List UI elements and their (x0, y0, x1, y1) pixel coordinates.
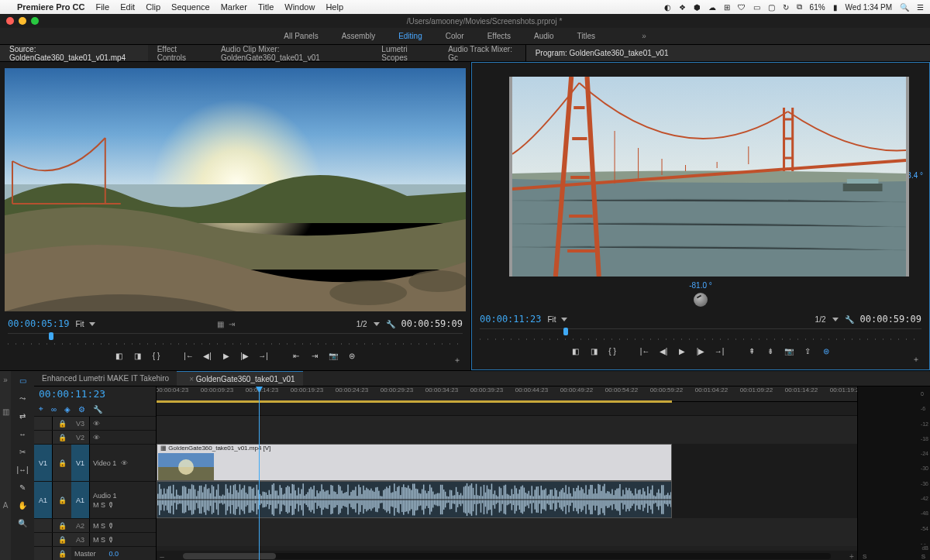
go-out-button[interactable]: →| (714, 345, 725, 356)
menu-edit[interactable]: Edit (120, 2, 135, 12)
panel-icon[interactable]: A (3, 501, 9, 510)
tab-effect-controls[interactable]: Effect Controls (148, 45, 212, 61)
ws-audio[interactable]: Audio (534, 32, 554, 40)
go-out-button[interactable]: →| (258, 350, 269, 361)
app-name[interactable]: Premiere Pro CC (17, 2, 84, 12)
eye-icon[interactable]: 👁 (121, 459, 128, 467)
vr-icon[interactable]: ⊜ (346, 350, 357, 361)
button-editor[interactable]: ＋ (452, 355, 463, 366)
solo-right[interactable]: S (921, 553, 925, 560)
ws-assembly[interactable]: Assembly (342, 32, 375, 40)
tab-audio-clip-mixer[interactable]: Audio Clip Mixer: GoldenGate360_take01_v… (212, 45, 372, 61)
wrench-icon[interactable]: 🔧 (93, 405, 102, 414)
track-header-a1[interactable]: A1🔒A1Audio 1M S 🎙 (34, 481, 156, 518)
rotation-x[interactable]: -81.0 ° (689, 281, 712, 290)
tab-source[interactable]: Source: GoldenGate360_take01_v01.mp4 (0, 45, 148, 61)
display-icon[interactable]: ▭ (753, 3, 760, 12)
wrench-icon[interactable]: 🔧 (845, 315, 854, 324)
ws-color[interactable]: Color (446, 32, 464, 40)
track-header-v1[interactable]: V1🔒V1Video 1👁 (34, 444, 156, 481)
menu-help[interactable]: Help (326, 2, 343, 12)
lift-button[interactable]: ⇞ (746, 345, 757, 356)
timeline-tracks[interactable]: 00:00:04:2300:00:09:2300:00:14:2300:00:1… (157, 387, 857, 560)
scroll-thumb[interactable] (183, 553, 276, 559)
ws-editing[interactable]: Editing (398, 32, 422, 40)
wrench-icon[interactable]: 🔧 (386, 320, 395, 328)
slip-tool[interactable]: |↔| (16, 463, 29, 476)
menu-marker[interactable]: Marker (221, 2, 247, 12)
extract-button[interactable]: ⇟ (765, 345, 776, 356)
play-button[interactable]: ▶ (677, 345, 687, 356)
mark-in-button[interactable]: ◧ (114, 350, 125, 361)
menu-window[interactable]: Window (284, 2, 315, 12)
ripple-tool[interactable]: ⇄ (16, 410, 29, 422)
ws-all-panels[interactable]: All Panels (284, 32, 318, 40)
menu-icon[interactable]: ☰ (917, 3, 924, 12)
status-icon[interactable]: ◐ (664, 3, 671, 12)
mark-out-button[interactable]: ◨ (588, 345, 599, 356)
close-icon[interactable]: × (189, 375, 194, 383)
tab-lumetri-scopes[interactable]: Lumetri Scopes (372, 45, 439, 61)
video-clip[interactable]: ▦ GoldenGate360_take01_v01.mp4 [V] (157, 444, 672, 481)
mark-clip-button[interactable]: { } (607, 345, 618, 356)
settings-icon[interactable]: ⚙ (78, 405, 85, 414)
dropbox-icon[interactable]: ⬢ (694, 3, 701, 12)
menu-sequence[interactable]: Sequence (171, 2, 210, 12)
selection-tool[interactable]: ▭ (16, 374, 29, 387)
zoom-in-icon[interactable]: + (846, 552, 857, 561)
wifi-icon[interactable]: ⧉ (797, 2, 802, 12)
timeline-timecode[interactable]: 00:00:11:23 (39, 388, 105, 400)
minimize-button[interactable] (19, 17, 26, 25)
status-icon[interactable]: ⊞ (724, 3, 730, 12)
zoom-tool[interactable]: 🔍 (16, 517, 29, 529)
seq-tab[interactable]: × GoldenGate360_take01_v01 (177, 371, 303, 386)
go-in-button[interactable]: |← (184, 350, 195, 361)
eye-icon[interactable]: 👁 (93, 434, 100, 441)
step-fwd-button[interactable]: |▶ (239, 350, 250, 361)
seq-tab[interactable]: Enhanced Lumetri MAKE IT Takehiro (34, 371, 177, 386)
snap-icon[interactable]: ⌖ (39, 404, 43, 414)
step-back-button[interactable]: ◀| (658, 345, 669, 356)
razor-tool[interactable]: ✂ (16, 445, 29, 458)
step-back-button[interactable]: ◀| (202, 350, 213, 361)
ws-effects[interactable]: Effects (487, 32, 511, 40)
program-viewer[interactable] (509, 77, 909, 277)
program-scrubber[interactable] (480, 328, 921, 342)
timeline-playhead[interactable] (259, 387, 260, 560)
track-header-v2[interactable]: 🔒V2👁 (34, 430, 156, 444)
menu-clip[interactable]: Clip (146, 2, 160, 12)
program-resolution[interactable]: 1/2 (815, 315, 826, 324)
go-in-button[interactable]: |← (639, 345, 650, 356)
source-viewer[interactable] (5, 68, 466, 311)
pen-tool[interactable]: ✎ (16, 481, 29, 493)
ws-overflow-icon[interactable]: » (642, 32, 646, 40)
track-header-a2[interactable]: 🔒A2M S 🎙 (34, 518, 156, 532)
track-header-master[interactable]: 🔒Master 0.0 (34, 546, 156, 560)
shield-icon[interactable]: 🛡 (738, 3, 746, 12)
source-scrubber[interactable] (8, 333, 463, 347)
airplay-icon[interactable]: ▢ (768, 3, 775, 12)
time-ruler[interactable]: 00:00:04:2300:00:09:2300:00:14:2300:00:1… (157, 387, 857, 402)
hand-tool[interactable]: ✋ (16, 499, 29, 511)
export-frame-button[interactable]: 📷 (328, 350, 339, 361)
menu-file[interactable]: File (95, 2, 109, 12)
work-area-bar[interactable] (157, 400, 672, 403)
source-playhead[interactable] (49, 332, 53, 340)
mark-in-button[interactable]: ◧ (570, 345, 580, 356)
menu-title[interactable]: Title (258, 2, 274, 12)
sync-icon[interactable]: ↻ (783, 3, 789, 12)
overwrite-button[interactable]: ⇥ (309, 350, 320, 361)
cloud-icon[interactable]: ☁ (708, 3, 716, 12)
zoom-out-icon[interactable]: – (157, 552, 167, 561)
zoom-button[interactable] (31, 17, 39, 25)
track-header-v3[interactable]: 🔒V3👁 (34, 416, 156, 430)
clock[interactable]: Wed 1:34 PM (846, 3, 892, 12)
source-resolution[interactable]: 1/2 (356, 320, 367, 328)
step-fwd-button[interactable]: |▶ (695, 345, 706, 356)
ws-titles[interactable]: Titles (577, 32, 596, 40)
spotlight-icon[interactable]: 🔍 (900, 3, 909, 12)
program-zoom[interactable]: Fit (547, 315, 567, 324)
eye-icon[interactable]: 👁 (93, 420, 100, 428)
panel-icon[interactable]: ▥ (2, 407, 9, 416)
tab-program[interactable]: Program: GoldenGate360_take01_v01 (525, 45, 930, 61)
